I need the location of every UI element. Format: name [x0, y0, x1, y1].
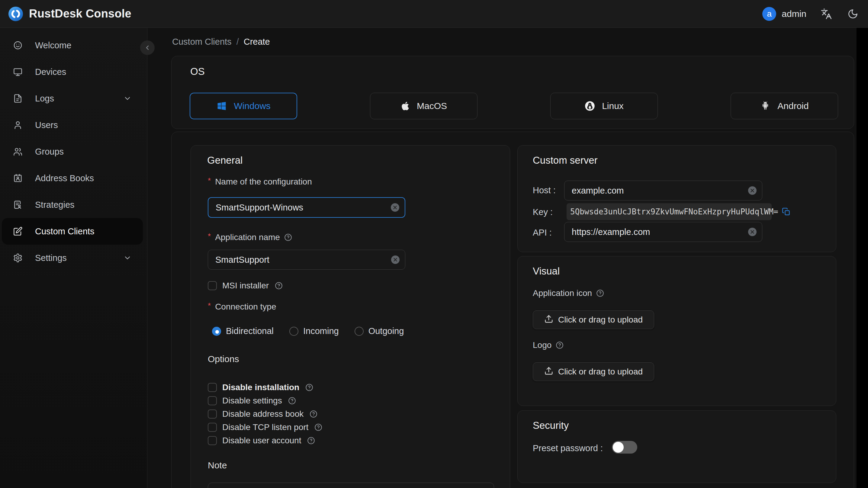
- note-textarea[interactable]: [208, 483, 494, 488]
- clear-icon[interactable]: [391, 255, 400, 264]
- help-icon[interactable]: [314, 423, 323, 432]
- help-icon[interactable]: [284, 233, 293, 242]
- username[interactable]: admin: [782, 9, 806, 19]
- key-field: 5Qbwsde3unUcJBtrx9ZkvUmwFNoExHzpryHuPUdq…: [566, 203, 772, 220]
- chevron-down-icon[interactable]: [123, 253, 132, 263]
- disable-installation-checkbox[interactable]: [208, 383, 217, 392]
- os-button-windows[interactable]: Windows: [190, 93, 297, 119]
- incoming-radio[interactable]: [289, 327, 299, 336]
- monitor-icon: [13, 67, 23, 77]
- address-book-icon: [13, 173, 23, 183]
- breadcrumb-separator: /: [237, 37, 239, 47]
- chevron-down-icon[interactable]: [123, 94, 132, 103]
- os-button-macos[interactable]: MacOS: [370, 93, 477, 119]
- sidebar-item-custom-clients[interactable]: Custom Clients: [2, 218, 143, 245]
- sidebar-item-label: Devices: [35, 67, 66, 77]
- clear-icon[interactable]: [391, 203, 399, 212]
- configuration-name-input-wrapper: [208, 197, 405, 218]
- key-value: 5Qbwsde3unUcJBtrx9ZkvUmwFNoExHzpryHuPUdq…: [570, 207, 778, 216]
- copy-icon[interactable]: [781, 207, 791, 216]
- api-input[interactable]: [564, 222, 748, 242]
- sidebar-item-address-books[interactable]: Address Books: [2, 165, 143, 191]
- clear-icon[interactable]: [748, 186, 756, 195]
- incoming-label: Incoming: [303, 326, 339, 336]
- edit-icon: [13, 226, 23, 237]
- preset-password-label: Preset password :: [533, 443, 603, 453]
- configuration-panel: General * Name of the configuration * Ap…: [171, 132, 854, 488]
- name-of-configuration-label: * Name of the configuration: [208, 177, 312, 187]
- sidebar-item-logs[interactable]: Logs: [2, 85, 143, 112]
- help-icon[interactable]: [309, 409, 318, 419]
- user-icon: [13, 120, 23, 130]
- help-icon[interactable]: [274, 281, 283, 290]
- smile-icon: [13, 40, 23, 51]
- host-input[interactable]: [564, 181, 748, 200]
- sidebar-item-label: Users: [35, 120, 58, 130]
- os-button-android[interactable]: Android: [731, 93, 838, 119]
- os-panel: OS Windows MacOS: [171, 56, 854, 129]
- help-icon[interactable]: [555, 341, 564, 350]
- os-button-label: MacOS: [417, 101, 447, 111]
- language-icon[interactable]: [820, 7, 833, 21]
- application-icon-upload-button[interactable]: Click or drag to upload: [533, 310, 654, 329]
- rustdesk-logo-icon: [8, 7, 23, 21]
- sidebar-item-label: Logs: [35, 94, 54, 103]
- upload-button-label: Click or drag to upload: [558, 367, 643, 376]
- disable-address-book-label: Disable address book: [222, 409, 304, 419]
- sidebar-item-users[interactable]: Users: [2, 112, 143, 138]
- sidebar-item-label: Settings: [35, 253, 67, 263]
- custom-server-title: Custom server: [533, 155, 598, 166]
- msi-installer-checkbox[interactable]: [208, 281, 217, 290]
- dark-mode-icon[interactable]: [846, 7, 860, 21]
- sidebar-item-groups[interactable]: Groups: [2, 138, 143, 165]
- outgoing-radio[interactable]: [354, 327, 364, 336]
- scrollbar-gutter: [857, 28, 868, 488]
- sidebar-item-devices[interactable]: Devices: [2, 59, 143, 85]
- main-content: Custom Clients / Create OS Windows MacOS: [148, 28, 857, 488]
- sidebar: Welcome Devices Logs Users Group: [0, 28, 147, 488]
- help-icon[interactable]: [596, 289, 604, 298]
- connection-type-label: * Connection type: [208, 302, 276, 312]
- breadcrumb-parent[interactable]: Custom Clients: [172, 37, 231, 47]
- disable-user-account-row: Disable user account: [208, 436, 316, 446]
- disable-address-book-checkbox[interactable]: [208, 409, 217, 419]
- disable-tcp-listen-port-checkbox[interactable]: [208, 423, 217, 432]
- help-icon[interactable]: [305, 383, 314, 392]
- sidebar-collapse-button[interactable]: [140, 40, 155, 55]
- clear-icon[interactable]: [748, 228, 756, 236]
- visual-section: Visual Application icon Click or drag to…: [517, 256, 836, 406]
- application-name-input[interactable]: [208, 250, 391, 269]
- application-icon-label: Application icon: [533, 288, 604, 298]
- disable-settings-label: Disable settings: [222, 396, 282, 405]
- preset-password-toggle[interactable]: [612, 441, 637, 454]
- help-icon[interactable]: [307, 436, 316, 445]
- key-label: Key :: [533, 207, 553, 217]
- configuration-name-input[interactable]: [208, 198, 391, 217]
- sidebar-item-label: Strategies: [35, 200, 74, 210]
- help-icon[interactable]: [287, 396, 297, 405]
- sidebar-item-label: Groups: [35, 147, 64, 157]
- os-button-label: Linux: [602, 101, 624, 111]
- sidebar-item-strategies[interactable]: Strategies: [2, 191, 143, 218]
- toggle-knob: [613, 442, 624, 453]
- sidebar-item-settings[interactable]: Settings: [2, 245, 143, 271]
- note-title: Note: [208, 460, 227, 470]
- avatar[interactable]: a: [762, 7, 776, 21]
- logo-label: Logo: [533, 340, 564, 350]
- api-input-wrapper: [564, 222, 762, 242]
- bidirectional-label: Bidirectional: [226, 326, 274, 336]
- sidebar-item-label: Address Books: [35, 173, 94, 183]
- windows-icon: [216, 100, 227, 112]
- disable-settings-checkbox[interactable]: [208, 396, 217, 405]
- outgoing-label: Outgoing: [369, 326, 404, 336]
- sidebar-item-label: Welcome: [35, 40, 71, 51]
- disable-user-account-checkbox[interactable]: [208, 436, 217, 445]
- sidebar-item-welcome[interactable]: Welcome: [2, 32, 143, 59]
- bidirectional-radio[interactable]: [212, 327, 221, 336]
- apple-icon: [401, 101, 410, 111]
- logo-upload-button[interactable]: Click or drag to upload: [533, 362, 654, 381]
- os-button-linux[interactable]: Linux: [550, 93, 658, 119]
- host-label: Host :: [533, 185, 556, 195]
- connection-type-radios: Bidirectional Incoming Outgoing: [212, 326, 404, 336]
- disable-user-account-label: Disable user account: [222, 436, 301, 446]
